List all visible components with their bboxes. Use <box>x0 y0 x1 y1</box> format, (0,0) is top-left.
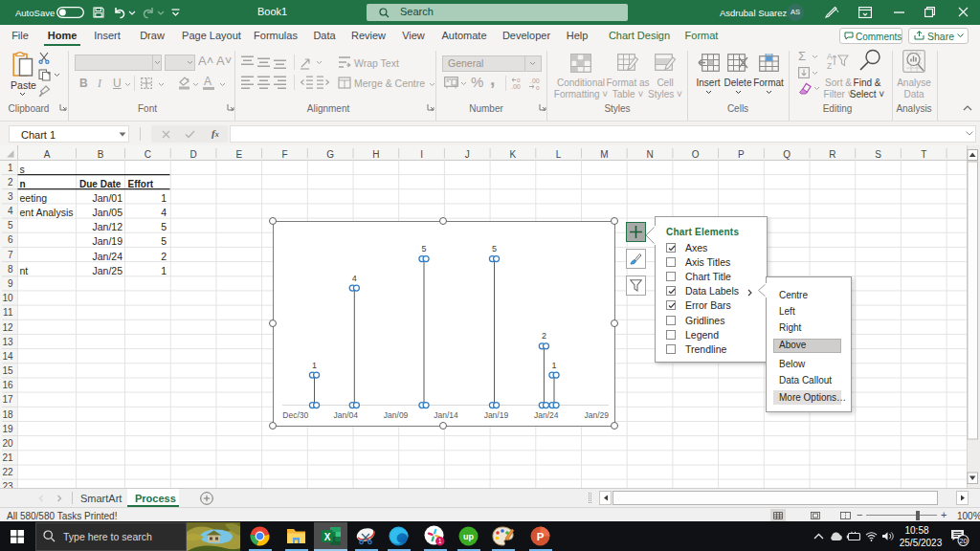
svg-text:2: 2 <box>542 331 546 341</box>
svg-text:D: D <box>189 149 196 160</box>
svg-text:20: 20 <box>2 438 13 449</box>
svg-text:9: 9 <box>8 278 13 289</box>
svg-text:up: up <box>463 532 474 541</box>
svg-text:Jan/24: Jan/24 <box>92 251 122 262</box>
svg-text:Jan/04: Jan/04 <box>333 410 358 420</box>
svg-text:Jan/12: Jan/12 <box>92 221 122 232</box>
svg-text:E: E <box>235 149 242 160</box>
svg-text:Jan/14: Jan/14 <box>434 410 458 420</box>
svg-text:7: 7 <box>8 250 13 260</box>
svg-text:11: 11 <box>3 307 13 318</box>
svg-text:Effort: Effort <box>128 179 154 189</box>
svg-text:Jan/24: Jan/24 <box>534 410 559 420</box>
svg-text:Jan/09: Jan/09 <box>384 410 409 420</box>
svg-text:1: 1 <box>551 361 556 370</box>
svg-text:4: 4 <box>352 274 357 283</box>
svg-text:1: 1 <box>438 538 442 544</box>
svg-text:eeting: eeting <box>20 192 48 204</box>
svg-text:5: 5 <box>161 235 167 247</box>
svg-text:23: 23 <box>2 481 13 488</box>
svg-text:.00: .00 <box>530 77 540 84</box>
svg-text:C: C <box>145 149 151 160</box>
svg-text:0: 0 <box>517 77 521 83</box>
svg-text:2: 2 <box>161 251 167 262</box>
svg-text:G: G <box>326 149 334 160</box>
svg-text:20: 20 <box>959 537 967 545</box>
svg-text:Jan/01: Jan/01 <box>92 192 122 204</box>
svg-text:F: F <box>281 149 287 160</box>
svg-text:Jan/19: Jan/19 <box>484 410 509 420</box>
svg-text:I: I <box>420 149 423 160</box>
svg-text:5: 5 <box>492 244 497 253</box>
svg-text:nt: nt <box>20 265 29 276</box>
svg-text:4: 4 <box>161 207 167 218</box>
svg-text:17: 17 <box>2 394 13 405</box>
svg-text:6: 6 <box>8 234 13 245</box>
svg-text:N: N <box>646 149 653 160</box>
svg-text:Dec/30: Dec/30 <box>282 410 308 420</box>
svg-text:19: 19 <box>2 424 13 434</box>
svg-text:M: M <box>600 149 608 160</box>
svg-text:Due Date: Due Date <box>79 179 122 189</box>
svg-text:T: T <box>921 149 926 160</box>
svg-text:13: 13 <box>2 337 13 347</box>
svg-text:1: 1 <box>161 265 167 276</box>
svg-text:1: 1 <box>8 163 13 173</box>
svg-text:12: 12 <box>2 322 13 333</box>
svg-text:J: J <box>465 149 470 160</box>
svg-text:1: 1 <box>161 192 167 204</box>
svg-text:16: 16 <box>2 380 13 390</box>
svg-text:P: P <box>738 149 745 160</box>
svg-text:X: X <box>324 532 331 542</box>
svg-text:5: 5 <box>8 220 13 231</box>
svg-text:ent Analysis: ent Analysis <box>20 207 74 218</box>
svg-text:s: s <box>20 164 25 175</box>
svg-text:A: A <box>44 149 51 160</box>
svg-text:R: R <box>829 149 835 160</box>
svg-text:Q: Q <box>783 149 791 160</box>
svg-text:21: 21 <box>2 452 13 463</box>
svg-text:Z: Z <box>827 61 832 70</box>
svg-text:Jan/19: Jan/19 <box>92 235 122 247</box>
svg-text:O: O <box>692 149 700 160</box>
svg-text:15: 15 <box>2 365 13 376</box>
svg-text:B: B <box>98 149 104 160</box>
svg-text:1: 1 <box>312 361 317 370</box>
svg-text:3: 3 <box>8 191 13 202</box>
svg-text:2: 2 <box>8 177 13 187</box>
svg-text:P: P <box>537 531 545 542</box>
svg-text:10: 10 <box>2 293 13 303</box>
svg-text:A: A <box>827 52 833 61</box>
svg-text:18: 18 <box>2 409 13 420</box>
svg-text:8: 8 <box>8 264 13 275</box>
svg-text:5: 5 <box>161 221 167 232</box>
svg-text:5: 5 <box>421 244 426 253</box>
svg-text:4: 4 <box>8 206 13 216</box>
svg-text:.00: .00 <box>511 83 521 90</box>
svg-text:Jan/05: Jan/05 <box>92 207 122 218</box>
svg-text:L: L <box>556 149 562 160</box>
svg-text:Jan/25: Jan/25 <box>92 265 122 276</box>
svg-text:0: 0 <box>536 84 540 91</box>
svg-text:S: S <box>875 149 881 160</box>
svg-text:n: n <box>20 179 26 189</box>
svg-text:14: 14 <box>2 351 13 362</box>
svg-text:H: H <box>372 149 379 160</box>
svg-text:Jan/29: Jan/29 <box>584 410 609 420</box>
svg-text:22: 22 <box>2 467 13 477</box>
svg-text:K: K <box>510 149 517 160</box>
